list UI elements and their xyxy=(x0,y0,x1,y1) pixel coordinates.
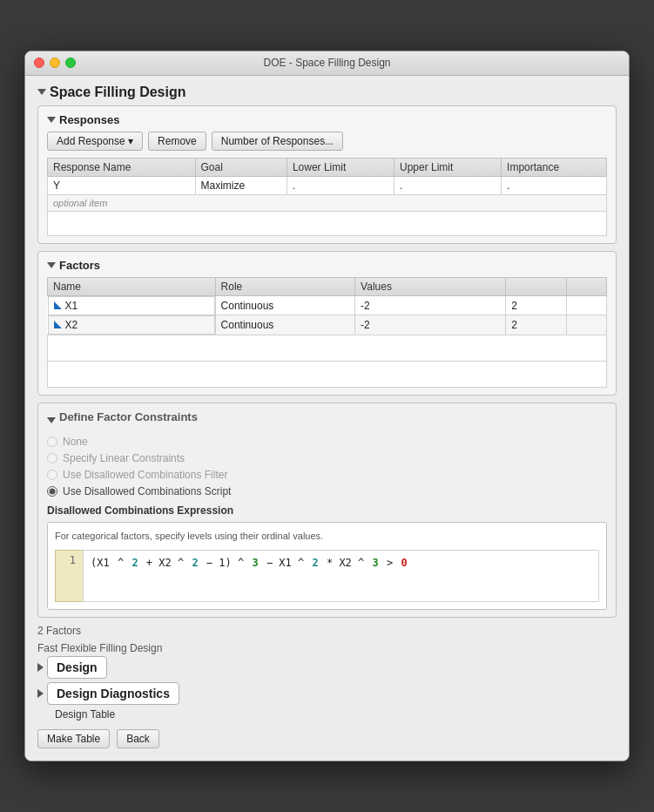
design-expand-icon[interactable] xyxy=(37,663,44,672)
factor-row-x1: X1 Continuous -2 2 xyxy=(48,295,607,315)
response-name-y[interactable]: Y xyxy=(48,176,196,194)
diagnostics-expand-icon[interactable] xyxy=(37,689,44,698)
optional-item-text: optional item xyxy=(48,194,607,211)
factor-name-x2[interactable]: X2 xyxy=(48,315,215,335)
responses-title: Responses xyxy=(59,113,119,126)
tok-4: + X2 ^ xyxy=(140,554,191,573)
col-lower-limit: Lower Limit xyxy=(287,158,394,176)
factors-title: Factors xyxy=(59,259,100,272)
factors-empty-row xyxy=(48,335,607,361)
info-section: 2 Factors Fast Flexible Filling Design D… xyxy=(37,625,617,748)
expression-label: Disallowed Combinations Expression xyxy=(47,504,607,517)
response-importance-y[interactable]: . xyxy=(502,176,607,194)
make-table-button[interactable]: Make Table xyxy=(37,729,110,748)
window-title: DOE - Space Filling Design xyxy=(263,57,390,69)
factor-icon-x1 xyxy=(54,301,62,309)
tok-6: − 1) ^ xyxy=(200,554,251,573)
tok-3: 2 xyxy=(131,554,138,573)
factor-role-x2[interactable]: Continuous xyxy=(215,315,355,335)
factor-val2-x1[interactable]: 2 xyxy=(506,295,567,315)
responses-collapse-icon[interactable] xyxy=(47,117,56,123)
constraints-collapse-icon[interactable] xyxy=(47,417,56,423)
factor-icon-x2 xyxy=(54,321,62,328)
responses-table: Response Name Goal Lower Limit Upper Lim… xyxy=(47,158,607,236)
design-type: Fast Flexible Filling Design xyxy=(37,642,617,654)
design-row: Design xyxy=(37,656,617,679)
col-factor-role: Role xyxy=(215,277,355,295)
expression-tokens: (X1 ^ 2 + X2 ^ 2 − 1) ^ 3 − X1 ^ 2 * X2 … xyxy=(91,554,591,573)
factor-val2-x2[interactable]: 2 xyxy=(506,315,567,335)
col-factor-values: Values xyxy=(355,277,506,295)
col-factor-val3 xyxy=(566,277,606,295)
factor-val1-x1[interactable]: -2 xyxy=(355,295,506,315)
main-section-header: Space Filling Design xyxy=(37,85,617,100)
back-button[interactable]: Back xyxy=(117,729,159,748)
col-upper-limit: Upper Limit xyxy=(394,158,501,176)
radio-linear[interactable]: Specify Linear Constraints xyxy=(47,452,607,464)
factor-row-x2: X2 Continuous -2 2 xyxy=(48,315,607,335)
response-upper-y[interactable]: . xyxy=(394,176,501,194)
factors-empty-row-2 xyxy=(48,361,607,387)
response-goal-y[interactable]: Maximize xyxy=(195,176,287,194)
close-button[interactable] xyxy=(34,58,44,68)
tok-7: 3 xyxy=(252,554,258,573)
responses-empty-row xyxy=(48,211,607,235)
maximize-button[interactable] xyxy=(65,58,76,68)
content-area: Space Filling Design Responses Add Respo… xyxy=(25,76,629,761)
tok-12: > xyxy=(381,554,400,573)
responses-header: Responses xyxy=(47,113,607,126)
factors-count: 2 Factors xyxy=(37,625,617,637)
responses-toolbar: Add Response ▾ Remove Number of Response… xyxy=(47,132,607,151)
factors-panel: Factors Name Role Values xyxy=(37,251,617,396)
tok-10: * X2 ^ xyxy=(320,554,371,573)
main-window: DOE - Space Filling Design Space Filling… xyxy=(24,51,630,761)
factors-collapse-icon[interactable] xyxy=(47,262,56,268)
radio-none-input[interactable] xyxy=(47,436,57,447)
col-factor-val2 xyxy=(506,277,567,295)
constraints-title: Define Factor Constraints xyxy=(59,410,198,423)
tok-5: 2 xyxy=(192,554,198,573)
radio-script-input[interactable] xyxy=(47,486,57,497)
factor-name-x1[interactable]: X1 xyxy=(48,296,215,315)
factor-val1-x2[interactable]: -2 xyxy=(355,315,506,335)
main-collapse-icon[interactable] xyxy=(37,89,46,95)
add-response-button[interactable]: Add Response ▾ xyxy=(47,132,143,151)
factor-role-x1[interactable]: Continuous xyxy=(215,295,355,315)
diagnostics-box[interactable]: Design Diagnostics xyxy=(47,682,179,705)
response-row-y: Y Maximize . . . xyxy=(48,176,607,194)
radio-filter-input[interactable] xyxy=(47,470,57,480)
code-area[interactable]: (X1 ^ 2 + X2 ^ 2 − 1) ^ 3 − X1 ^ 2 * X2 … xyxy=(83,550,599,602)
radio-none[interactable]: None xyxy=(47,436,607,448)
remove-button[interactable]: Remove xyxy=(148,132,206,151)
traffic-lights xyxy=(34,58,76,68)
response-lower-y[interactable]: . xyxy=(287,176,394,194)
line-numbers: 1 xyxy=(55,550,83,602)
expression-hint: For categorical factors, specify levels … xyxy=(55,530,599,543)
minimize-button[interactable] xyxy=(50,58,60,68)
expression-panel: For categorical factors, specify levels … xyxy=(47,522,607,610)
col-factor-name: Name xyxy=(48,277,216,295)
factors-header: Factors xyxy=(47,259,607,272)
responses-panel: Responses Add Response ▾ Remove Number o… xyxy=(37,105,617,244)
tok-1: (X1 xyxy=(91,554,110,573)
expression-editor: 1 (X1 ^ 2 + X2 ^ 2 − 1) ^ 3 − X1 ^ xyxy=(55,550,599,602)
col-importance: Importance xyxy=(502,158,607,176)
radio-filter[interactable]: Use Disallowed Combinations Filter xyxy=(47,469,607,481)
constraints-radio-group: None Specify Linear Constraints Use Disa… xyxy=(47,436,607,497)
design-table-label: Design Table xyxy=(37,708,617,721)
response-optional-row: optional item xyxy=(48,194,607,211)
radio-linear-input[interactable] xyxy=(47,453,57,464)
constraints-header: Define Factor Constraints xyxy=(47,410,607,430)
factor-val3-x1 xyxy=(566,295,606,315)
col-response-name: Response Name xyxy=(48,158,196,176)
radio-linear-label: Specify Linear Constraints xyxy=(63,452,185,464)
col-goal: Goal xyxy=(195,158,287,176)
bottom-buttons: Make Table Back xyxy=(37,729,617,748)
design-box[interactable]: Design xyxy=(47,656,107,679)
radio-script[interactable]: Use Disallowed Combinations Script xyxy=(47,485,607,497)
tok-11: 3 xyxy=(373,554,379,573)
tok-9: 2 xyxy=(312,554,318,573)
number-of-responses-button[interactable]: Number of Responses... xyxy=(212,132,343,151)
radio-script-label: Use Disallowed Combinations Script xyxy=(63,485,231,497)
radio-none-label: None xyxy=(63,436,88,448)
